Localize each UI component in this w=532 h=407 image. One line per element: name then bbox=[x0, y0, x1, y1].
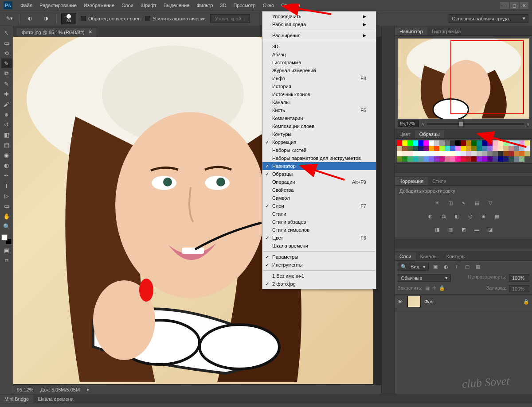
menu-item-Абзац[interactable]: Абзац bbox=[262, 50, 376, 58]
quickmask-toggle[interactable]: ▣ bbox=[1, 245, 12, 255]
swatch[interactable] bbox=[418, 146, 423, 151]
exposure-icon[interactable]: ▤ bbox=[473, 199, 481, 207]
swatch[interactable] bbox=[477, 151, 482, 156]
swatch[interactable] bbox=[509, 146, 514, 151]
swatch[interactable] bbox=[519, 156, 524, 162]
menu-item-Гистограмма[interactable]: Гистограмма bbox=[262, 58, 376, 66]
swatch[interactable] bbox=[429, 140, 434, 146]
menu-Файл[interactable]: Файл bbox=[17, 1, 36, 9]
swatch[interactable] bbox=[514, 156, 519, 162]
swatch[interactable] bbox=[493, 156, 498, 162]
menu-item-История[interactable]: История bbox=[262, 82, 376, 90]
menu-item-Цвет[interactable]: ✓ЦветF6 bbox=[262, 234, 376, 242]
swatch[interactable] bbox=[503, 151, 509, 156]
menu-item-Комментарии[interactable]: Комментарии bbox=[262, 114, 376, 122]
hand-tool[interactable]: ✋ bbox=[1, 211, 12, 221]
swatch[interactable] bbox=[466, 156, 471, 162]
menu-Окно[interactable]: Окно bbox=[259, 1, 278, 9]
swatch[interactable] bbox=[423, 140, 429, 146]
swatch[interactable] bbox=[439, 156, 445, 162]
swatch[interactable] bbox=[423, 151, 429, 156]
swatch[interactable] bbox=[407, 140, 413, 146]
swatch[interactable] bbox=[413, 140, 418, 146]
swatch[interactable] bbox=[493, 146, 498, 151]
swatch[interactable] bbox=[439, 151, 445, 156]
swatch[interactable] bbox=[498, 151, 503, 156]
fill-field[interactable]: 100% bbox=[509, 285, 529, 292]
posterize-icon[interactable]: ▥ bbox=[446, 225, 454, 233]
selective-color-icon[interactable]: ◪ bbox=[486, 225, 494, 233]
color-swatches[interactable] bbox=[1, 234, 12, 245]
active-tool-icon[interactable]: ✎▾ bbox=[4, 14, 15, 23]
swatch[interactable] bbox=[487, 140, 493, 146]
crop-tool[interactable]: ⧉ bbox=[1, 69, 12, 78]
menu-item-Рабочая среда[interactable]: Рабочая среда▶ bbox=[262, 20, 376, 28]
swatch[interactable] bbox=[429, 151, 434, 156]
swatch[interactable] bbox=[498, 156, 503, 162]
swatch[interactable] bbox=[493, 151, 498, 156]
swatch[interactable] bbox=[514, 151, 519, 156]
threshold-icon[interactable]: ◩ bbox=[460, 225, 468, 233]
swatch[interactable] bbox=[429, 146, 434, 151]
swatch[interactable] bbox=[471, 151, 477, 156]
menu-item-3D[interactable]: 3D bbox=[262, 43, 376, 50]
swatch[interactable] bbox=[397, 140, 402, 146]
swatch[interactable] bbox=[487, 156, 493, 162]
dodge-tool[interactable]: ◐ bbox=[1, 160, 12, 170]
blend-mode-dropdown[interactable]: Обычные▾ bbox=[398, 274, 451, 282]
eraser-tool[interactable]: ◧ bbox=[1, 130, 12, 140]
swatch[interactable] bbox=[455, 146, 461, 151]
menu-item-Операции[interactable]: ОперацииAlt+F9 bbox=[262, 178, 376, 186]
menu-item-1 Без имени-1[interactable]: 1 Без имени-1 bbox=[262, 272, 376, 280]
swatch[interactable] bbox=[413, 146, 418, 151]
levels-icon[interactable]: ◫ bbox=[446, 199, 454, 207]
swatch[interactable] bbox=[493, 140, 498, 146]
swatch[interactable] bbox=[487, 146, 493, 151]
menu-item-Коррекция[interactable]: ✓Коррекция bbox=[262, 138, 376, 146]
swatch[interactable] bbox=[466, 140, 471, 146]
vibrance-icon[interactable]: ▽ bbox=[486, 199, 494, 207]
swatch[interactable] bbox=[524, 146, 530, 151]
swatch[interactable] bbox=[439, 146, 445, 151]
menu-item-Инфо[interactable]: ИнфоF8 bbox=[262, 74, 376, 82]
menu-Справка[interactable]: Справка bbox=[278, 1, 304, 9]
menu-item-Стили абзацев[interactable]: Стили абзацев bbox=[262, 218, 376, 226]
swatch[interactable] bbox=[477, 156, 482, 162]
document-tab[interactable]: фото.jpg @ 95,1% (RGB/8#) ✕ bbox=[17, 27, 97, 37]
maximize-button[interactable]: ◻ bbox=[510, 2, 519, 9]
swatch[interactable] bbox=[514, 140, 519, 146]
menu-Выделение[interactable]: Выделение bbox=[160, 1, 193, 9]
styles-tab[interactable]: Стили bbox=[428, 177, 451, 185]
filter-smart-icon[interactable]: ▦ bbox=[474, 263, 482, 271]
menu-item-Контуры[interactable]: Контуры bbox=[262, 130, 376, 138]
swatch[interactable] bbox=[455, 140, 461, 146]
swatch[interactable] bbox=[461, 146, 466, 151]
menu-item-Наборы параметров для инструментов[interactable]: Наборы параметров для инструментов bbox=[262, 154, 376, 162]
menu-item-Стили[interactable]: Стили bbox=[262, 210, 376, 218]
close-tab-icon[interactable]: ✕ bbox=[88, 29, 92, 35]
menu-Шрифт[interactable]: Шрифт bbox=[137, 1, 160, 9]
swatches-tab[interactable]: Образцы bbox=[415, 130, 444, 138]
swatch[interactable] bbox=[418, 140, 423, 146]
swatch[interactable] bbox=[461, 151, 466, 156]
menu-item-Образцы[interactable]: ✓Образцы bbox=[262, 170, 376, 178]
swatch[interactable] bbox=[407, 146, 413, 151]
layer-row[interactable]: 👁 Фон 🔒 bbox=[395, 294, 532, 309]
eyedropper-tool[interactable]: ✎ bbox=[1, 79, 12, 89]
quick-select-sub-icon[interactable]: ◑ bbox=[40, 14, 52, 23]
swatch[interactable] bbox=[519, 151, 524, 156]
swatch[interactable] bbox=[407, 156, 413, 162]
swatch[interactable] bbox=[509, 156, 514, 162]
swatch[interactable] bbox=[519, 140, 524, 146]
menu-item-Инструменты[interactable]: ✓Инструменты bbox=[262, 261, 376, 269]
swatch[interactable] bbox=[487, 151, 493, 156]
stamp-tool[interactable]: ⎈ bbox=[1, 109, 12, 119]
lock-all-icon[interactable]: 🔒 bbox=[439, 285, 445, 292]
navigator-preview[interactable] bbox=[398, 39, 529, 119]
swatch[interactable] bbox=[477, 146, 482, 151]
type-tool[interactable]: T bbox=[1, 181, 12, 190]
lasso-tool[interactable]: ⟲ bbox=[1, 48, 12, 58]
filter-img-icon[interactable]: ▣ bbox=[431, 263, 439, 271]
swatch[interactable] bbox=[402, 151, 407, 156]
swatch[interactable] bbox=[407, 151, 413, 156]
